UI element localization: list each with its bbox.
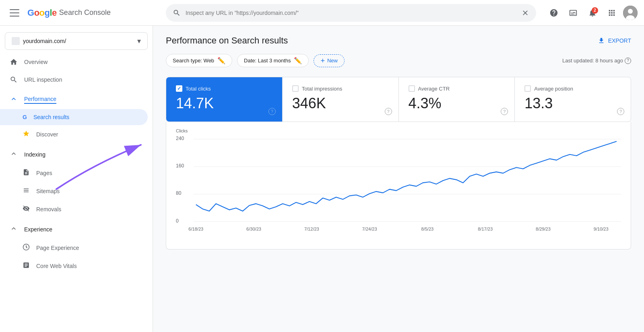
google-g-icon: G bbox=[23, 114, 27, 120]
main-content: Performance on Search results EXPORT Sea… bbox=[153, 26, 644, 332]
svg-text:7/24/23: 7/24/23 bbox=[362, 227, 377, 231]
collapse-indexing-icon bbox=[10, 150, 18, 159]
search-icon bbox=[173, 9, 181, 17]
total-impressions-label: Total impressions bbox=[302, 86, 342, 92]
last-updated-text: Last updated: 8 hours ago bbox=[562, 58, 623, 64]
checkmark-icon: ✓ bbox=[177, 86, 181, 91]
logo-area: Google Search Console bbox=[27, 8, 111, 18]
last-updated: Last updated: 8 hours ago ? bbox=[562, 58, 631, 64]
metric-card-average-ctr[interactable]: Average CTR 4.3% ? bbox=[399, 77, 515, 122]
dropdown-arrow-icon: ▾ bbox=[137, 37, 141, 45]
google-logo-text: Google bbox=[27, 8, 57, 18]
svg-text:0: 0 bbox=[176, 218, 179, 224]
avatar-icon bbox=[623, 6, 638, 20]
filter-date-label: Date: Last 3 months bbox=[244, 58, 291, 64]
sidebar-item-overview[interactable]: Overview bbox=[0, 53, 148, 71]
svg-text:80: 80 bbox=[176, 191, 182, 196]
metric-card-average-position[interactable]: Average position 13.3 ? bbox=[515, 77, 631, 122]
collapse-experience-icon bbox=[10, 225, 18, 234]
metric-header-ctr: Average CTR bbox=[409, 85, 505, 92]
total-impressions-help-icon[interactable]: ? bbox=[385, 108, 392, 115]
last-updated-help-icon[interactable]: ? bbox=[625, 58, 631, 64]
total-clicks-help-icon[interactable]: ? bbox=[268, 108, 276, 115]
average-ctr-value: 4.3% bbox=[409, 95, 505, 112]
performance-section-label: Performance bbox=[24, 96, 56, 104]
notification-count: 2 bbox=[592, 7, 598, 14]
average-ctr-help-icon[interactable]: ? bbox=[501, 108, 508, 115]
average-position-help-icon[interactable]: ? bbox=[617, 108, 624, 115]
profile-search-button[interactable] bbox=[565, 5, 581, 21]
overview-label: Overview bbox=[24, 59, 47, 65]
sidebar-item-removals[interactable]: Removals bbox=[0, 200, 148, 218]
collapse-performance-icon bbox=[10, 95, 18, 104]
sidebar-item-discover[interactable]: Discover bbox=[0, 125, 148, 143]
experience-section-label: Experience bbox=[24, 226, 52, 233]
svg-point-1 bbox=[628, 9, 633, 14]
indexing-section-label: Indexing bbox=[24, 151, 45, 158]
sidebar-item-url-inspection[interactable]: URL inspection bbox=[0, 71, 148, 89]
search-console-icon bbox=[569, 8, 578, 17]
svg-text:240: 240 bbox=[176, 136, 184, 141]
export-button[interactable]: EXPORT bbox=[598, 37, 631, 44]
average-ctr-label: Average CTR bbox=[418, 86, 450, 92]
sidebar-item-pages[interactable]: Pages bbox=[0, 164, 148, 182]
header: Google Search Console 2 bbox=[0, 0, 644, 26]
sidebar-section-experience[interactable]: Experience bbox=[0, 220, 153, 239]
domain-favicon bbox=[12, 37, 20, 45]
avatar[interactable] bbox=[623, 6, 638, 20]
removals-label: Removals bbox=[36, 206, 61, 212]
svg-text:8/5/23: 8/5/23 bbox=[421, 227, 434, 231]
help-icon bbox=[549, 8, 558, 17]
notifications-button[interactable]: 2 bbox=[584, 5, 601, 21]
url-search-input[interactable] bbox=[186, 10, 516, 16]
filter-date[interactable]: Date: Last 3 months ✏️ bbox=[237, 54, 309, 67]
metric-card-total-clicks[interactable]: ✓ Total clicks 14.7K ? bbox=[166, 77, 283, 122]
pages-label: Pages bbox=[36, 170, 52, 176]
apps-button[interactable] bbox=[604, 5, 620, 21]
pages-icon bbox=[23, 169, 30, 177]
filter-search-type-label: Search type: Web bbox=[173, 58, 214, 64]
sidebar-section-performance[interactable]: Performance bbox=[0, 90, 153, 109]
chart-line bbox=[196, 141, 617, 211]
metric-cards: ✓ Total clicks 14.7K ? Total impressions… bbox=[166, 77, 631, 122]
sidebar-item-sitemaps[interactable]: Sitemaps bbox=[0, 182, 148, 200]
export-icon bbox=[598, 37, 605, 44]
metric-checkbox-clicks[interactable]: ✓ bbox=[176, 85, 182, 92]
filter-search-type[interactable]: Search type: Web ✏️ bbox=[166, 54, 232, 67]
hamburger-icon bbox=[10, 8, 19, 18]
sidebar-section-indexing[interactable]: Indexing bbox=[0, 145, 153, 164]
clear-search-icon[interactable] bbox=[521, 9, 529, 17]
url-search-bar[interactable] bbox=[166, 4, 536, 22]
chart-y-label: Clicks bbox=[176, 128, 621, 133]
chart-svg: 240 160 80 0 6/18/23 6/30/23 7/12/23 7/ bbox=[176, 135, 621, 239]
discover-label: Discover bbox=[36, 131, 58, 138]
sidebar-item-page-experience[interactable]: Page Experience bbox=[0, 239, 148, 257]
total-impressions-value: 346K bbox=[292, 95, 389, 112]
sidebar-item-search-results[interactable]: G Search results bbox=[0, 109, 148, 125]
new-filter-button[interactable]: + New bbox=[314, 54, 345, 67]
home-icon bbox=[10, 58, 18, 66]
search-results-label: Search results bbox=[33, 114, 69, 120]
app-name: Search Console bbox=[59, 8, 111, 17]
metric-card-total-impressions[interactable]: Total impressions 346K ? bbox=[283, 77, 399, 122]
url-inspection-icon bbox=[10, 76, 18, 84]
svg-text:7/12/23: 7/12/23 bbox=[304, 227, 319, 231]
metric-header-position: Average position bbox=[524, 85, 621, 92]
metric-checkbox-impressions[interactable] bbox=[292, 85, 299, 92]
sidebar-item-core-web-vitals[interactable]: Core Web Vitals bbox=[0, 257, 148, 275]
new-filter-label: New bbox=[327, 58, 338, 64]
sidebar: yourdomain.com/ ▾ Overview URL inspectio… bbox=[0, 26, 153, 332]
discover-icon bbox=[23, 130, 30, 138]
metric-checkbox-position[interactable] bbox=[524, 85, 531, 92]
metric-header-impressions: Total impressions bbox=[292, 85, 389, 92]
main-layout: yourdomain.com/ ▾ Overview URL inspectio… bbox=[0, 26, 644, 332]
metric-checkbox-ctr[interactable] bbox=[409, 85, 415, 92]
domain-selector[interactable]: yourdomain.com/ ▾ bbox=[5, 32, 148, 50]
domain-name: yourdomain.com/ bbox=[23, 38, 134, 44]
apps-icon bbox=[607, 8, 616, 17]
menu-button[interactable] bbox=[6, 5, 23, 21]
chart-area: Clicks 240 160 80 0 6/18/23 bbox=[166, 122, 631, 250]
help-button[interactable] bbox=[546, 5, 562, 21]
svg-text:8/17/23: 8/17/23 bbox=[478, 227, 493, 231]
total-clicks-value: 14.7K bbox=[176, 95, 272, 112]
